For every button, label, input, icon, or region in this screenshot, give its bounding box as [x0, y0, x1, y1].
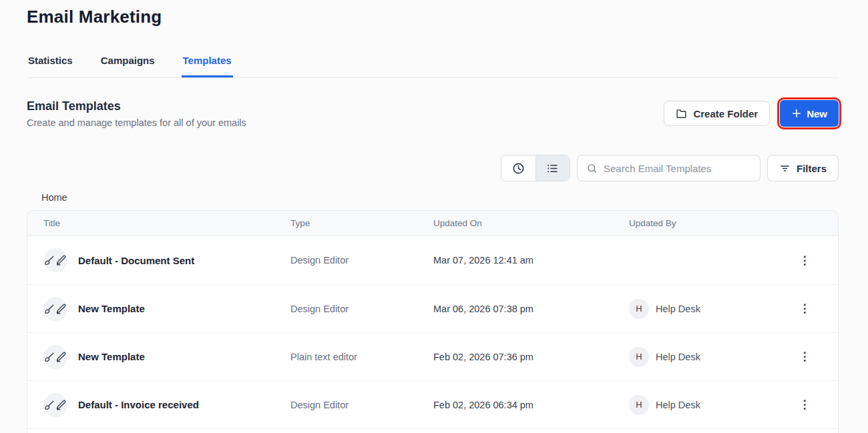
recent-view-button[interactable]: [501, 155, 535, 181]
list-view-button[interactable]: [535, 155, 570, 181]
template-updated-on: Mar 07, 2026 12:41 am: [433, 255, 629, 266]
search-icon: [586, 163, 598, 174]
avatar: H: [629, 299, 649, 319]
plus-icon: [791, 108, 802, 119]
plain-text-pencil-icon: [55, 303, 67, 315]
search-box: [577, 155, 761, 181]
avatar: H: [629, 347, 649, 367]
plain-text-pencil-icon: [55, 351, 67, 363]
template-type: Design Editor: [290, 400, 433, 410]
row-menu-kebab-icon[interactable]: ⋮: [795, 348, 814, 366]
updated-by-name: Help Desk: [656, 400, 700, 410]
template-type: Design Editor: [290, 255, 433, 266]
section-title: Email Templates: [27, 99, 246, 113]
table-row[interactable]: Default - Invoice received Design Editor…: [27, 380, 838, 428]
updated-by-name: Help Desk: [656, 352, 700, 362]
tab-templates[interactable]: Templates: [182, 55, 233, 77]
filter-icon: [779, 163, 791, 174]
templates-table: Title Type Updated On Updated By Default…: [27, 210, 839, 433]
toolbar: Filters: [27, 155, 839, 181]
template-type: Plain text editor: [290, 352, 433, 362]
new-button[interactable]: New: [780, 100, 839, 127]
template-title: New Template: [78, 351, 145, 362]
table-row[interactable]: Default - Document Sent Design Editor Ma…: [27, 236, 838, 284]
template-title: New Template: [78, 303, 145, 314]
template-title: Default - Document Sent: [78, 255, 194, 266]
new-button-label: New: [807, 108, 827, 119]
design-editor-brush-icon: [43, 399, 55, 411]
column-header-updated-on: Updated On: [433, 218, 629, 228]
tab-campaigns[interactable]: Campaigns: [99, 55, 156, 77]
avatar: H: [629, 395, 649, 415]
clock-icon: [512, 162, 525, 175]
table-row[interactable]: New Template Plain text editor Feb 02, 2…: [27, 332, 838, 380]
section-subtitle: Create and manage templates for all of y…: [27, 117, 246, 128]
updated-by-name: Help Desk: [656, 304, 700, 314]
plain-text-pencil-icon: [55, 399, 67, 411]
template-updated-on: Feb 02, 2026 07:36 pm: [433, 352, 629, 362]
view-toggle: [501, 155, 570, 181]
row-menu-kebab-icon[interactable]: ⋮: [795, 251, 814, 270]
partial-next-row: [27, 428, 838, 433]
tab-statistics[interactable]: Statistics: [27, 55, 74, 77]
folder-icon: [676, 108, 687, 119]
design-editor-brush-icon: [43, 303, 55, 315]
section-header: Email Templates Create and manage templa…: [27, 99, 839, 128]
create-folder-label: Create Folder: [693, 108, 758, 119]
table-header-row: Title Type Updated On Updated By: [27, 211, 838, 236]
row-menu-kebab-icon[interactable]: ⋮: [795, 396, 814, 414]
breadcrumb[interactable]: Home: [27, 192, 839, 203]
design-editor-brush-icon: [43, 351, 55, 363]
tabbar: Statistics Campaigns Templates: [27, 55, 839, 78]
template-title: Default - Invoice received: [78, 399, 199, 410]
plain-text-pencil-icon: [55, 254, 67, 266]
list-icon: [546, 162, 559, 175]
page-title: Email Marketing: [27, 5, 839, 28]
template-type: Design Editor: [290, 304, 433, 314]
template-updated-on: Feb 02, 2026 06:34 pm: [433, 400, 629, 410]
create-folder-button[interactable]: Create Folder: [664, 101, 770, 126]
column-header-type: Type: [290, 218, 433, 228]
column-header-title: Title: [43, 218, 290, 228]
row-menu-kebab-icon[interactable]: ⋮: [795, 300, 814, 318]
filters-button[interactable]: Filters: [767, 155, 839, 181]
design-editor-brush-icon: [43, 254, 55, 266]
template-updated-on: Mar 06, 2026 07:38 pm: [433, 304, 629, 314]
filters-label: Filters: [797, 163, 827, 174]
search-input[interactable]: [604, 163, 751, 174]
column-header-updated-by: Updated By: [629, 218, 787, 228]
table-row[interactable]: New Template Design Editor Mar 06, 2026 …: [27, 284, 838, 332]
